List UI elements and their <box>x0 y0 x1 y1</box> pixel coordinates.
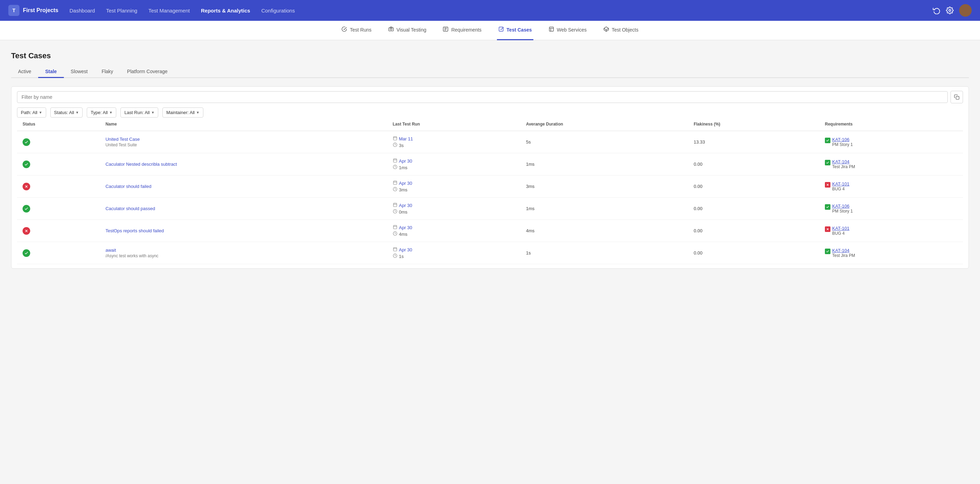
run-date: Apr 30 <box>393 247 515 252</box>
test-name-link[interactable]: Caculator Nested describla subtract <box>105 162 177 167</box>
test-name-link[interactable]: Caculator should passed <box>105 206 155 211</box>
user-avatar[interactable] <box>959 4 972 17</box>
test-name-link[interactable]: await <box>105 248 116 253</box>
requirement-id-link[interactable]: KAT-101 <box>832 181 850 187</box>
calendar-icon <box>393 136 397 141</box>
test-name-link[interactable]: United Test Case <box>105 136 140 142</box>
svg-rect-16 <box>393 136 397 140</box>
run-date: Apr 30 <box>393 180 515 186</box>
pass-status-icon <box>22 249 30 257</box>
nav-right <box>933 4 972 17</box>
nav-dashboard[interactable]: Dashboard <box>69 8 95 14</box>
requirement-id-link[interactable]: KAT-104 <box>832 159 855 164</box>
table-row: await/Async test works with async Apr 30 <box>17 242 963 264</box>
path-filter[interactable]: Path: All ▼ <box>17 108 46 117</box>
svg-rect-9 <box>499 27 503 31</box>
chevron-down-icon: ▼ <box>75 111 79 114</box>
requirements-cell: KAT-104Test Jira PM <box>819 242 963 264</box>
test-cases-icon <box>498 26 504 33</box>
brand-logo[interactable]: T First Projects <box>8 5 58 16</box>
page-title: Test Cases <box>11 51 969 60</box>
clock-icon <box>393 187 397 192</box>
subnav-test-runs[interactable]: Test Runs <box>340 21 373 40</box>
search-input[interactable] <box>17 91 948 103</box>
run-duration: 0ms <box>393 209 515 214</box>
svg-point-0 <box>949 10 951 11</box>
filter-dropdowns: Path: All ▼ Status: All ▼ Type: All ▼ La… <box>17 108 963 117</box>
status-cell <box>17 153 100 175</box>
table-row: Caculator should passed Apr 30 <box>17 198 963 220</box>
name-cell: Caculator should passed <box>100 198 387 220</box>
table-row: Caculator Nested describla subtract Apr … <box>17 153 963 175</box>
run-date: Apr 30 <box>393 225 515 230</box>
svg-rect-28 <box>393 181 397 184</box>
history-button[interactable] <box>933 6 940 14</box>
requirements-cell: KAT-104Test Jira PM <box>819 153 963 175</box>
last-run-filter[interactable]: Last Run: All ▼ <box>121 108 158 117</box>
requirement-id-link[interactable]: KAT-106 <box>832 137 853 142</box>
copy-button[interactable] <box>950 91 963 103</box>
tab-slowest[interactable]: Slowest <box>64 66 95 78</box>
subnav-visual-testing-label: Visual Testing <box>397 27 426 33</box>
nav-configurations[interactable]: Configurations <box>261 8 295 14</box>
subnav-visual-testing[interactable]: Visual Testing <box>387 21 428 40</box>
req-icon-green <box>825 204 830 210</box>
test-name-link[interactable]: Caculator should failed <box>105 184 151 189</box>
requirement-id-link[interactable]: KAT-104 <box>832 248 855 253</box>
avg-duration-cell: 4ms <box>520 220 688 242</box>
pass-status-icon <box>22 160 30 168</box>
subnav-test-runs-label: Test Runs <box>350 27 371 33</box>
requirements-cell: KAT-101BUG 4 <box>819 175 963 198</box>
status-cell <box>17 175 100 198</box>
sub-navigation: Test Runs Visual Testing Requirements <box>0 21 980 40</box>
last-run-cell: Mar 11 3s <box>387 131 520 153</box>
tab-platform-coverage[interactable]: Platform Coverage <box>120 66 175 78</box>
name-cell: TestOps reports should failed <box>100 220 387 242</box>
requirement-subtitle: PM Story 1 <box>832 209 853 214</box>
type-filter[interactable]: Type: All ▼ <box>87 108 116 117</box>
requirement-badge: KAT-101BUG 4 <box>825 181 958 191</box>
subnav-web-services[interactable]: Web Services <box>547 21 588 40</box>
subnav-test-objects[interactable]: Test Objects <box>602 21 640 40</box>
requirement-badge: KAT-104Test Jira PM <box>825 159 958 169</box>
requirement-id-link[interactable]: KAT-101 <box>832 226 850 231</box>
svg-rect-49 <box>393 248 397 251</box>
clock-icon <box>393 209 397 214</box>
tab-stale[interactable]: Stale <box>38 66 64 78</box>
clock-icon <box>393 231 397 237</box>
chevron-down-icon: ▼ <box>196 111 200 114</box>
run-duration: 1s <box>393 254 515 259</box>
requirement-badge: KAT-106PM Story 1 <box>825 137 958 147</box>
avg-duration-cell: 5s <box>520 131 688 153</box>
fail-status-icon <box>22 227 30 235</box>
check-circle-icon <box>342 26 347 33</box>
subnav-test-cases[interactable]: Test Cases <box>497 21 533 40</box>
req-icon-red <box>825 226 830 232</box>
nav-test-management[interactable]: Test Management <box>148 8 190 14</box>
run-duration: 3s <box>393 143 515 148</box>
chevron-down-icon: ▼ <box>151 111 154 114</box>
nav-test-planning[interactable]: Test Planning <box>106 8 137 14</box>
maintainer-filter[interactable]: Maintainer: All ▼ <box>162 108 204 117</box>
settings-button[interactable] <box>946 6 954 14</box>
tab-flaky[interactable]: Flaky <box>95 66 120 78</box>
brand-name: First Projects <box>23 7 58 14</box>
run-duration: 3ms <box>393 187 515 192</box>
flakiness-cell: 0.00 <box>688 175 819 198</box>
clock-icon <box>393 165 397 170</box>
flakiness-cell: 0.00 <box>688 220 819 242</box>
col-avg-duration: Averange Duration <box>520 117 688 131</box>
run-duration: 1ms <box>393 165 515 170</box>
test-name-link[interactable]: TestOps reports should failed <box>105 228 164 233</box>
nav-reports-analytics[interactable]: Reports & Analytics <box>201 8 250 14</box>
svg-rect-15 <box>956 97 959 100</box>
fail-status-icon <box>22 183 30 190</box>
name-cell: await/Async test works with async <box>100 242 387 264</box>
requirement-id-link[interactable]: KAT-106 <box>832 203 853 209</box>
status-filter[interactable]: Status: All ▼ <box>50 108 83 117</box>
subnav-requirements[interactable]: Requirements <box>441 21 483 40</box>
calendar-icon <box>393 247 397 252</box>
name-cell: Caculator Nested describla subtract <box>100 153 387 175</box>
tab-active[interactable]: Active <box>11 66 38 78</box>
avg-duration-cell: 1ms <box>520 198 688 220</box>
